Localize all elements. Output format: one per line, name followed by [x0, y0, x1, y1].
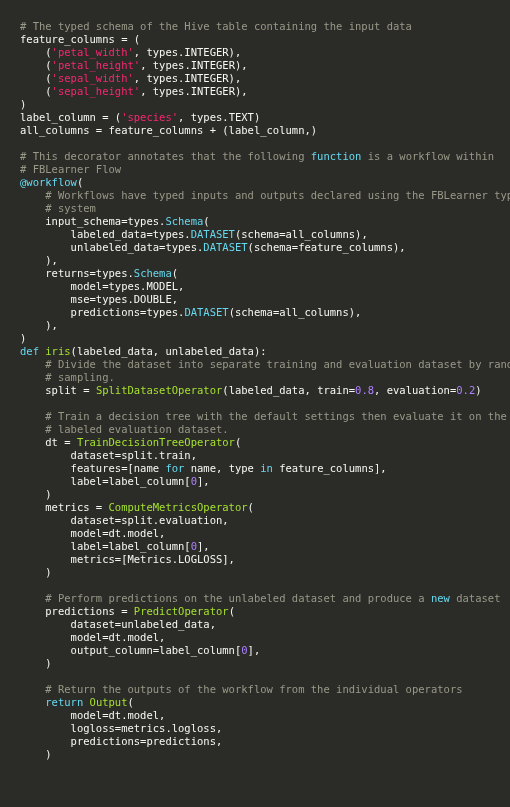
code-text: feature_columns = ( [20, 33, 140, 45]
string: 'sepal_height' [52, 85, 141, 97]
function-call: ComputeMetricsOperator [109, 501, 248, 513]
type: DATASET [191, 228, 235, 240]
string: 'petal_width' [52, 46, 134, 58]
code-text: ( [235, 436, 241, 448]
code-text: model=dt.model, [71, 527, 166, 539]
code-text: feature_columns], [273, 462, 387, 474]
comment: is a workflow within [361, 150, 494, 162]
code-text: dataset=split.train, [71, 449, 197, 461]
type: Schema [165, 215, 203, 227]
code-text: label_column = ( [20, 111, 121, 123]
code-text: ) [20, 98, 26, 110]
comment: # Train a decision tree with the default… [45, 410, 506, 422]
comment: dataset [450, 592, 501, 604]
code-text: , types.INTEGER), [134, 72, 241, 84]
type: Schema [134, 267, 172, 279]
code-text: (labeled_data, unlabeled_data): [71, 345, 267, 357]
code-text: ], [197, 475, 210, 487]
code-text: (schema=feature_columns), [248, 241, 406, 253]
code-text: mse=types.DOUBLE, [71, 293, 178, 305]
code-text: ) [45, 657, 51, 669]
function-call: SplitDatasetOperator [96, 384, 222, 396]
code-text: ( [128, 696, 134, 708]
code-text: ) [45, 566, 51, 578]
code-text: metrics = [45, 501, 108, 513]
code-text: returns=types. [45, 267, 134, 279]
code-text: label=label_column[ [71, 540, 191, 552]
function-call: TrainDecisionTreeOperator [77, 436, 235, 448]
function-call: PredictOperator [134, 605, 229, 617]
code-text: input_schema=types. [45, 215, 165, 227]
keyword: in [260, 462, 273, 474]
code-text: ) [475, 384, 481, 396]
code-text: predictions=predictions, [71, 735, 223, 747]
code-text: , types.INTEGER), [140, 59, 247, 71]
code-text: ( [172, 267, 178, 279]
code-text: metrics=[Metrics.LOGLOSS], [71, 553, 235, 565]
code-text: , types.INTEGER), [140, 85, 247, 97]
code-text: ], [197, 540, 210, 552]
comment: # Workflows have typed inputs and output… [45, 189, 510, 201]
comment: # Divide the dataset into separate train… [45, 358, 510, 370]
code-text: features=[name [71, 462, 166, 474]
string: 'sepal_width' [52, 72, 134, 84]
function-name: iris [45, 345, 70, 357]
comment: # system [45, 202, 96, 214]
code-text: ), [45, 319, 58, 331]
code-text: all_columns = feature_columns + (label_c… [20, 124, 317, 136]
code-text: unlabeled_data=types. [71, 241, 204, 253]
function-call: Output [90, 696, 128, 708]
code-text: name, type [184, 462, 260, 474]
code-text: (schema=all_columns), [235, 228, 368, 240]
keyword: function [311, 150, 362, 162]
keyword: return [45, 696, 83, 708]
comment: # labeled evaluation dataset. [45, 423, 228, 435]
comment: # FBLearner Flow [20, 163, 121, 175]
comment: # This decorator annotates that the foll… [20, 150, 311, 162]
code-text: , types.TEXT) [178, 111, 260, 123]
comment: # Return the outputs of the workflow fro… [45, 683, 462, 695]
code-text: ) [45, 748, 51, 760]
code-block: # The typed schema of the Hive table con… [0, 0, 510, 781]
number: 0.8 [355, 384, 374, 396]
code-text: ( [248, 501, 254, 513]
code-text: (schema=all_columns), [229, 306, 362, 318]
code-text: dataset=split.evaluation, [71, 514, 229, 526]
code-text: predictions=types. [71, 306, 185, 318]
code-text: ) [45, 488, 51, 500]
code-text: dt = [45, 436, 77, 448]
code-text: ( [77, 176, 83, 188]
code-text: model=dt.model, [71, 709, 166, 721]
string: 'species' [121, 111, 178, 123]
comment: # Perform predictions on the unlabeled d… [45, 592, 431, 604]
code-text: model=dt.model, [71, 631, 166, 643]
code-text: , types.INTEGER), [134, 46, 241, 58]
code-text: labeled_data=types. [71, 228, 191, 240]
comment: # The typed schema of the Hive table con… [20, 20, 412, 32]
code-text: predictions = [45, 605, 134, 617]
code-text: model=types.MODEL, [71, 280, 185, 292]
string: 'petal_height' [52, 59, 141, 71]
code-text: split = [45, 384, 96, 396]
code-text: ) [20, 332, 26, 344]
comment: # sampling. [45, 371, 115, 383]
code-text: , evaluation= [374, 384, 456, 396]
code-text: output_column=label_column[ [71, 644, 242, 656]
keyword: for [165, 462, 184, 474]
decorator: @workflow [20, 176, 77, 188]
type: DATASET [203, 241, 247, 253]
keyword: new [431, 592, 450, 604]
code-text: ), [45, 254, 58, 266]
code-text: ( [203, 215, 209, 227]
code-text: (labeled_data, train= [222, 384, 355, 396]
code-text: logloss=metrics.logloss, [71, 722, 223, 734]
code-text: ( [229, 605, 235, 617]
number: 0.2 [456, 384, 475, 396]
code-text: dataset=unlabeled_data, [71, 618, 216, 630]
type: DATASET [184, 306, 228, 318]
keyword: def [20, 345, 45, 357]
code-text: label=label_column[ [71, 475, 191, 487]
code-text: ], [248, 644, 261, 656]
